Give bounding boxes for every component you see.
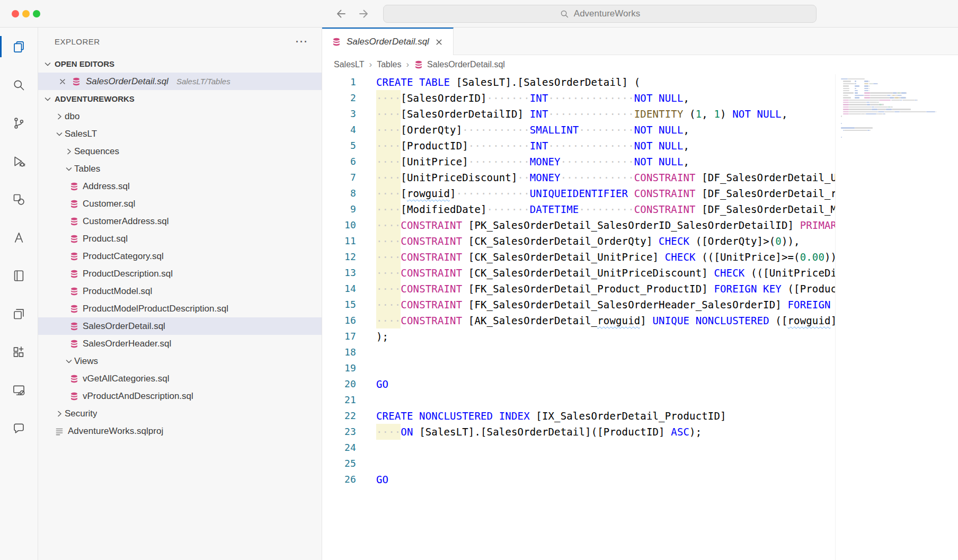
code-line-6[interactable]: 6····[UnitPrice]··········MONEY·········…	[322, 154, 835, 170]
search-icon	[12, 78, 26, 92]
close-tab-button[interactable]	[434, 38, 443, 47]
database-file-icon	[69, 287, 79, 296]
tree-item-vproductanddescription-sql[interactable]: vProductAndDescription.sql	[38, 387, 322, 405]
breadcrumb-item-folder[interactable]: Tables	[377, 60, 401, 69]
tree-item-vgetallcategories-sql[interactable]: vGetAllCategories.sql	[38, 370, 322, 387]
tree-item-adventureworks-sqlproj[interactable]: AdventureWorks.sqlproj	[38, 422, 322, 440]
code-line-5[interactable]: 5····[ProductID]··········INT···········…	[322, 138, 835, 154]
forward-button[interactable]	[357, 7, 370, 20]
activity-item-extensions[interactable]	[0, 333, 38, 371]
activity-item-remote-explorer[interactable]	[0, 371, 38, 409]
code-line-3[interactable]: 3····[SalesOrderDetailID] INT···········…	[322, 106, 835, 122]
close-window-button[interactable]	[12, 10, 19, 17]
database-file-icon	[69, 234, 79, 244]
tree-item-product-sql[interactable]: Product.sql	[38, 230, 322, 247]
tree-item-address-sql[interactable]: Address.sql	[38, 177, 322, 195]
tree-item-sequences[interactable]: Sequences	[38, 143, 322, 160]
tree-item-productmodelproductdescription-sql[interactable]: ProductModelProductDescription.sql	[38, 300, 322, 317]
window-controls	[12, 10, 40, 17]
more-actions-button[interactable]: ⋯	[292, 35, 312, 48]
code-text: );	[356, 328, 388, 344]
minimap-mark	[879, 100, 891, 101]
code-line-18[interactable]: 18	[322, 344, 835, 360]
code-line-24[interactable]: 24	[322, 440, 835, 456]
code-line-12[interactable]: 12····CONSTRAINT [CK_SalesOrderDetail_Un…	[322, 249, 835, 265]
tree-item-security[interactable]: Security	[38, 405, 322, 422]
activity-item-files[interactable]	[0, 28, 38, 66]
tree-item-label: Security	[65, 408, 97, 419]
activity-item-source-control[interactable]	[0, 104, 38, 142]
open-editors-header[interactable]: OPEN EDITORS	[38, 55, 322, 73]
open-editor-item[interactable]: SalesOrderDetail.sql SalesLT/Tables	[38, 73, 322, 90]
code-text	[356, 392, 376, 408]
tree-item-salesorderheader-sql[interactable]: SalesOrderHeader.sql	[38, 335, 322, 352]
tree-item-dbo[interactable]: dbo	[38, 108, 322, 125]
minimap-mark	[855, 95, 864, 96]
breadcrumb-file-label: SalesOrderDetail.sql	[427, 60, 505, 69]
activity-item-object-explorer[interactable]	[0, 180, 38, 218]
code-line-26[interactable]: 26GO	[322, 472, 835, 487]
code-text: ····[UnitPriceDiscount]··MONEY··········…	[356, 170, 835, 185]
extensions-icon	[12, 345, 26, 359]
code-line-20[interactable]: 20GO	[322, 376, 835, 392]
tree-item-tables[interactable]: Tables	[38, 160, 322, 177]
activity-item-search[interactable]	[0, 66, 38, 104]
code-line-25[interactable]: 25	[322, 456, 835, 472]
tree-item-customeraddress-sql[interactable]: CustomerAddress.sql	[38, 212, 322, 230]
minimap-mark	[906, 92, 907, 93]
project-section-header[interactable]: ADVENTUREWORKS	[38, 90, 322, 108]
minimap[interactable]	[835, 74, 958, 560]
minimap-mark	[855, 88, 856, 89]
code-line-23[interactable]: 23····ON [SalesLT].[SalesOrderDetail]([P…	[322, 424, 835, 440]
code-line-14[interactable]: 14····CONSTRAINT [FK_SalesOrderDetail_Pr…	[322, 281, 835, 297]
activity-item-comment[interactable]	[0, 409, 38, 447]
code-line-2[interactable]: 2····[SalesOrderID]·······INT···········…	[322, 90, 835, 106]
code-line-19[interactable]: 19	[322, 360, 835, 376]
minimap-mark	[892, 109, 911, 110]
command-center[interactable]: AdventureWorks	[383, 5, 817, 23]
activity-item-pages[interactable]	[0, 295, 38, 333]
breadcrumb: SalesLT › Tables › SalesOrderDetail.sql	[322, 55, 958, 74]
code-line-22[interactable]: 22CREATE NONCLUSTERED INDEX [IX_SalesOrd…	[322, 408, 835, 424]
code-line-4[interactable]: 4····[OrderQty]···········SMALLINT······…	[322, 122, 835, 138]
code-line-7[interactable]: 7····[UnitPriceDiscount]··MONEY·········…	[322, 170, 835, 185]
code-line-15[interactable]: 15····CONSTRAINT [FK_SalesOrderDetail_Sa…	[322, 297, 835, 313]
code-line-21[interactable]: 21	[322, 392, 835, 408]
code-area[interactable]: 1CREATE TABLE [SalesLT].[SalesOrderDetai…	[322, 74, 835, 560]
comment-icon	[12, 421, 26, 435]
tree-item-salesorderdetail-sql[interactable]: SalesOrderDetail.sql	[38, 317, 322, 335]
tree-item-saleslt[interactable]: SalesLT	[38, 125, 322, 143]
code-line-16[interactable]: 16····CONSTRAINT [AK_SalesOrderDetail_ro…	[322, 313, 835, 328]
tree-item-productcategory-sql[interactable]: ProductCategory.sql	[38, 247, 322, 265]
zoom-window-button[interactable]	[33, 10, 40, 17]
back-button[interactable]	[335, 7, 348, 20]
minimap-mark	[878, 111, 884, 112]
code-line-8[interactable]: 8····[rowguid]············UNIQUEIDENTIFI…	[322, 185, 835, 201]
code-line-13[interactable]: 13····CONSTRAINT [CK_SalesOrderDetail_Un…	[322, 265, 835, 281]
tree-item-productmodel-sql[interactable]: ProductModel.sql	[38, 282, 322, 300]
close-editor-button[interactable]	[58, 77, 67, 86]
minimap-mark	[901, 97, 905, 98]
tab-salesorderdetail-sql[interactable]: SalesOrderDetail.sql	[322, 28, 454, 55]
minimap-mark	[843, 81, 851, 82]
minimize-window-button[interactable]	[22, 10, 30, 17]
tree-item-views[interactable]: Views	[38, 352, 322, 370]
breadcrumb-item-file[interactable]: SalesOrderDetail.sql	[414, 60, 505, 69]
minimap-mark	[843, 90, 849, 91]
breadcrumb-item-schema[interactable]: SalesLT	[334, 60, 365, 69]
activity-item-run-and-debug[interactable]	[0, 142, 38, 180]
code-line-11[interactable]: 11····CONSTRAINT [CK_SalesOrderDetail_Or…	[322, 233, 835, 249]
code-text	[356, 440, 376, 456]
tree-item-productdescription-sql[interactable]: ProductDescription.sql	[38, 265, 322, 282]
minimap-mark	[864, 92, 870, 93]
minimap-mark	[864, 90, 868, 91]
code-line-17[interactable]: 17);	[322, 328, 835, 344]
code-line-9[interactable]: 9····[ModifiedDate]·······DATETIME······…	[322, 201, 835, 217]
code-line-1[interactable]: 1CREATE TABLE [SalesLT].[SalesOrderDetai…	[322, 74, 835, 90]
tree-item-customer-sql[interactable]: Customer.sql	[38, 195, 322, 212]
activity-item-azure[interactable]	[0, 218, 38, 256]
code-line-10[interactable]: 10····CONSTRAINT [PK_SalesOrderDetail_Sa…	[322, 217, 835, 233]
activity-item-notebook[interactable]	[0, 256, 38, 295]
close-icon	[58, 77, 67, 86]
code-text: ····[UnitPrice]··········MONEY··········…	[356, 154, 689, 170]
